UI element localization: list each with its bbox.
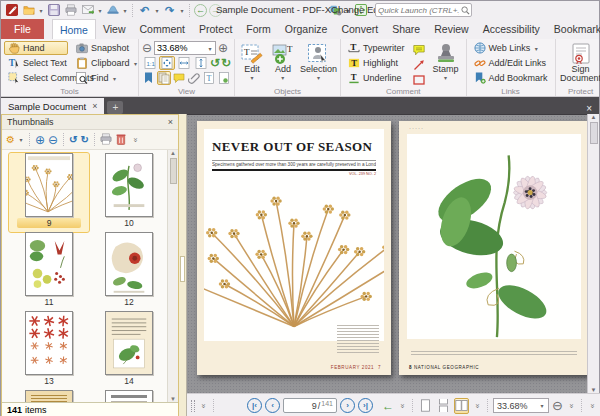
typewriter-button[interactable]: T Typewriter	[344, 41, 409, 55]
email-caret[interactable]: ▾	[97, 7, 103, 14]
clipboard-caret[interactable]: ▾	[133, 60, 139, 67]
thumbnail-page-14[interactable]: 14	[89, 311, 169, 390]
save-button[interactable]	[46, 3, 61, 17]
edit-objects-caret[interactable]: ▾	[249, 74, 255, 83]
thumbnails-options-gear-icon[interactable]: ⚙	[6, 134, 15, 145]
next-page-button[interactable]: ›	[340, 398, 355, 413]
select-comments-button[interactable]: Select Comments	[4, 71, 68, 85]
tab-bar-close-button[interactable]: ×	[579, 103, 599, 114]
tab-review[interactable]: Review	[427, 19, 475, 39]
tab-convert[interactable]: Convert	[334, 19, 385, 39]
hand-tool-button[interactable]: Hand	[4, 41, 68, 55]
clipboard-button[interactable]: Clipboard ▾	[72, 56, 143, 70]
tab-home[interactable]: Home	[52, 19, 96, 39]
undo-button[interactable]: ↶	[137, 3, 152, 17]
ribbon-zoom-caret[interactable]: ▾	[207, 45, 213, 52]
fit-height-button[interactable]	[193, 56, 209, 70]
continuous-layout-button[interactable]	[436, 398, 451, 414]
thumbnails-scroll-up[interactable]: ▲	[170, 150, 176, 156]
rotate-page-cw-button[interactable]: ↻	[80, 134, 88, 145]
thumbnails-scrollbar[interactable]: ▲ ▼	[167, 150, 178, 402]
thumbnails-panel-header[interactable]: Thumbnails ×	[2, 115, 178, 130]
document-viewport[interactable]: NEVER OUT OF SEASON Specimens gathered o…	[187, 114, 591, 393]
thumbnails-zoom-out-button[interactable]: ⊖	[48, 133, 58, 147]
scanner-button[interactable]	[105, 3, 120, 17]
find-tool-button[interactable]: Find ▾	[72, 71, 143, 85]
add-bookmark-button[interactable]: Add Bookmark	[470, 71, 552, 85]
bookmarks-pane-button[interactable]	[142, 71, 156, 85]
delete-pages-button[interactable]	[115, 133, 127, 147]
thumbnail-page-13[interactable]: 13	[9, 311, 89, 390]
fit-visible-button[interactable]	[159, 56, 175, 70]
web-links-button[interactable]: Web Links ▾	[470, 41, 552, 55]
document-scroll-up[interactable]: ▲	[591, 114, 597, 120]
thumbnail-page-12[interactable]: 12	[89, 232, 169, 311]
zoom-options-chevron[interactable]: »	[566, 401, 575, 411]
first-page-button[interactable]: |‹	[247, 398, 262, 413]
tab-bookmarks[interactable]: Bookmarks	[547, 19, 600, 39]
quick-launch-input[interactable]	[376, 6, 461, 15]
rotate-cw-button[interactable]: ↻	[221, 56, 231, 70]
document-scrollbar[interactable]: ▲ ▼	[587, 114, 599, 393]
tab-protect[interactable]: Protect	[192, 19, 239, 39]
thumbnails-panel-close-icon[interactable]: ×	[168, 117, 173, 127]
fit-page-button[interactable]: 1:1	[142, 56, 158, 70]
ribbon-zoom-combobox[interactable]: 33.68% ▾	[154, 41, 216, 55]
page-left[interactable]: NEVER OUT OF SEASON Specimens gathered o…	[197, 121, 391, 375]
add-objects-caret[interactable]: ▾	[280, 74, 286, 83]
tab-share[interactable]: Share	[385, 19, 427, 39]
rotate-page-ccw-button[interactable]: ↺	[69, 134, 77, 145]
tab-organize[interactable]: Organize	[278, 19, 335, 39]
panel-splitter[interactable]	[179, 114, 187, 416]
fields-pane-button[interactable]: T	[202, 71, 216, 85]
page-right[interactable]: ·····	[399, 121, 589, 375]
statusbar-more-left-chevron[interactable]: »	[199, 401, 208, 411]
redo-caret[interactable]: ▾	[179, 7, 185, 14]
statusbar-zoom-combobox[interactable]: 33.68% ▾	[493, 398, 549, 413]
email-button[interactable]	[80, 3, 95, 17]
selection-caret[interactable]: ▾	[315, 74, 321, 83]
redo-button[interactable]: ↷	[162, 3, 177, 17]
add-objects-button[interactable]: T Add ▾	[270, 41, 296, 85]
arrow-annotation-icon[interactable]	[413, 57, 425, 69]
document-scroll-thumb[interactable]	[590, 122, 598, 144]
rectangle-annotation-icon[interactable]	[413, 72, 425, 84]
thumbnails-zoom-in-button[interactable]: ⊕	[35, 133, 45, 147]
stamp-button[interactable]: Stamp ▾	[429, 41, 463, 85]
quick-launch[interactable]	[375, 3, 472, 17]
panel-splitter-handle[interactable]	[180, 256, 185, 282]
underline-button[interactable]: T Underline	[344, 71, 409, 85]
zoom-in-button[interactable]: ⊕	[218, 42, 228, 54]
thumbnails-scroll-thumb[interactable]	[170, 158, 177, 184]
fit-width-button[interactable]	[176, 56, 192, 70]
zoom-out-button[interactable]: ⊖	[142, 42, 152, 54]
add-edit-links-button[interactable]: Add/Edit Links	[470, 56, 552, 70]
open-caret[interactable]: ▾	[38, 7, 44, 14]
thumbnails-scroll-down[interactable]: ▼	[170, 396, 176, 402]
snapshot-button[interactable]: Snapshot	[72, 41, 143, 55]
tab-comment[interactable]: Comment	[133, 19, 193, 39]
two-page-layout-button[interactable]	[454, 398, 469, 414]
tab-view[interactable]: View	[96, 19, 133, 39]
back-button[interactable]: ←	[194, 4, 207, 17]
thumbnails-options-caret[interactable]: ▾	[18, 136, 24, 143]
properties-pane-button[interactable]	[217, 71, 231, 85]
tab-form[interactable]: Form	[239, 19, 278, 39]
thumbnail-page-9[interactable]: 9	[9, 153, 89, 232]
thumbnail-page-16[interactable]	[89, 390, 169, 402]
statusbar-more-right-chevron[interactable]: »	[588, 401, 597, 411]
previous-view-button[interactable]: ←	[382, 399, 394, 413]
highlight-button[interactable]: T Highlight	[344, 56, 409, 70]
print-pages-button[interactable]	[100, 133, 112, 147]
statusbar-zoom-out-button[interactable]: ⊖	[552, 400, 563, 412]
undo-caret[interactable]: ▾	[154, 7, 160, 14]
thumbnails-pane-button[interactable]	[157, 71, 171, 85]
open-button[interactable]	[21, 3, 36, 17]
attachments-pane-button[interactable]	[187, 71, 201, 85]
thumbnails-list[interactable]: 9 10 11 12 13	[2, 150, 178, 402]
rotate-ccw-button[interactable]: ↺	[210, 56, 220, 70]
new-document-tab-button[interactable]: +	[107, 101, 123, 114]
statusbar-zoom-caret[interactable]: ▾	[539, 402, 545, 409]
previous-page-button[interactable]: ‹	[265, 398, 280, 413]
edit-objects-button[interactable]: T Edit ▾	[238, 41, 266, 85]
